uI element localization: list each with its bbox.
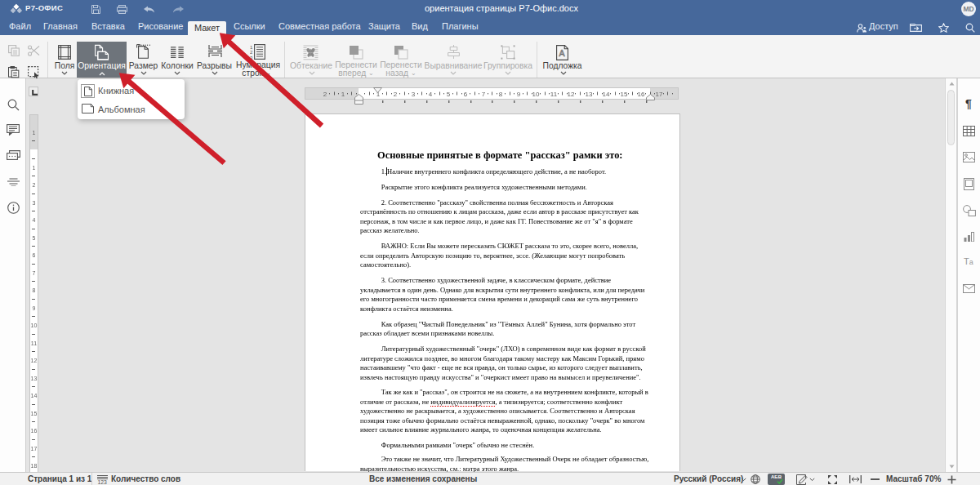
- svg-text:A: A: [559, 48, 565, 58]
- svg-text:123: 123: [98, 479, 108, 484]
- svg-text:1: 1: [250, 44, 253, 49]
- svg-text:2: 2: [250, 50, 253, 55]
- svg-text:3: 3: [250, 55, 253, 60]
